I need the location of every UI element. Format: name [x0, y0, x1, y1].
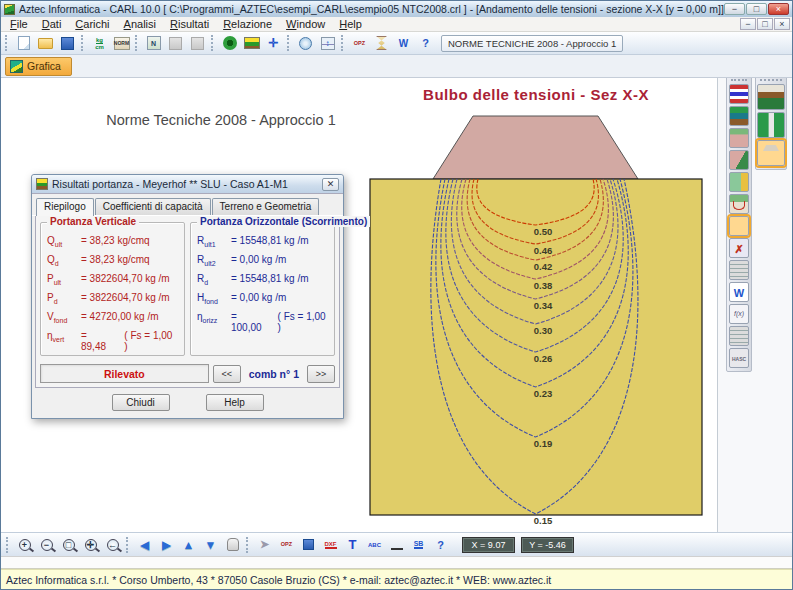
soil-stratigraphy-icon[interactable] [241, 33, 262, 53]
toolbar-grip[interactable] [6, 537, 10, 553]
minimize-button[interactable]: − [724, 3, 745, 15]
failure-x-icon[interactable] [729, 238, 749, 258]
compute-hourglass-icon[interactable] [371, 33, 392, 53]
tab-riepilogo[interactable]: Riepilogo [36, 198, 94, 216]
toolbar-grip[interactable] [341, 35, 345, 51]
y-coordinate-readout: Y = -5.46 [521, 537, 574, 553]
excavation-icon[interactable] [729, 150, 749, 170]
tab-terreno[interactable]: Terreno e Geometria [212, 198, 320, 215]
result-row: Pult= 3822604,70 kg /m [47, 273, 178, 292]
units-kgcm-icon[interactable]: kgcm [89, 33, 110, 53]
pan-hand-icon[interactable] [222, 535, 243, 555]
menu-file[interactable]: File [3, 18, 35, 30]
prev-combination-button[interactable]: << [213, 365, 241, 383]
options-opz-icon[interactable]: OPZ [349, 33, 370, 53]
chiudi-button[interactable]: Chiudi [112, 394, 170, 411]
portanza-verticale-group: Portanza Verticale Qult= 38,23 kg/cmq Qd… [40, 222, 185, 356]
pile-tool-icon[interactable]: N [143, 33, 164, 53]
pan-up-icon[interactable]: ▲ [178, 535, 199, 555]
toolbar-grip[interactable] [287, 35, 291, 51]
hasc-export-icon[interactable]: HASC [729, 348, 749, 368]
datum-level-icon[interactable]: ↕ [317, 33, 338, 53]
toolbar-grip[interactable] [81, 35, 85, 51]
pile-section-icon[interactable] [757, 112, 785, 138]
capture-icon[interactable] [298, 535, 319, 555]
menu-carichi[interactable]: Carichi [68, 18, 116, 30]
result-row: Qult= 38,23 kg/cmq [47, 235, 178, 254]
result-row: Rult2= 0,00 kg /m [197, 254, 328, 273]
report-text-icon[interactable]: f(x) [729, 304, 749, 324]
zoom-window-icon[interactable]: □ [58, 535, 79, 555]
result-row: Vfond= 42720,00 kg /m [47, 311, 178, 330]
contour-label: 0.15 [534, 515, 553, 526]
mdi-close-button[interactable]: × [774, 18, 790, 30]
menu-risultati[interactable]: Risultati [163, 18, 216, 30]
menu-window[interactable]: Window [279, 18, 332, 30]
analysis-flower-icon[interactable] [219, 33, 240, 53]
toolbar-grip[interactable] [5, 35, 9, 51]
word-export-icon[interactable]: W [393, 33, 414, 53]
embankment-icon[interactable] [757, 140, 785, 166]
antenna-icon[interactable] [386, 535, 407, 555]
pile-grid-icon[interactable] [729, 172, 749, 192]
footing-soil-icon[interactable] [729, 128, 749, 148]
soil-block-icon[interactable] [729, 106, 749, 126]
tab-coefficienti[interactable]: Coefficienti di capacità [95, 198, 211, 215]
save-file-icon[interactable] [57, 33, 78, 53]
mdi-restore-button[interactable]: □ [757, 18, 773, 30]
toolbar-grip[interactable] [135, 35, 139, 51]
text-tool-icon[interactable]: T [342, 535, 363, 555]
divider-tool-icon[interactable]: ✛ [263, 33, 284, 53]
zoom-extents-icon[interactable]: ✛ [80, 535, 101, 555]
norm-selector-dropdown[interactable]: NORME TECNICHE 2008 - Approccio 1 [441, 35, 623, 52]
pan-left-icon[interactable]: ◀ [134, 535, 155, 555]
twin-footings-icon[interactable] [757, 84, 785, 110]
menu-help[interactable]: Help [332, 18, 369, 30]
drawing-area[interactable]: Bulbo delle tensioni - Sez X-X Norme Tec… [1, 78, 792, 532]
select-info-icon[interactable]: ➤ [254, 535, 275, 555]
export-dxf-icon[interactable]: DXF [320, 535, 341, 555]
zoom-out-icon[interactable]: − [36, 535, 57, 555]
data-table-icon[interactable] [729, 260, 749, 280]
maximize-button[interactable]: □ [746, 3, 767, 15]
contour-label: 0.19 [534, 438, 553, 449]
results-toolbar: W f(x) HASC [726, 78, 752, 372]
spell-check-icon[interactable]: ABC [364, 535, 385, 555]
help-button[interactable]: Help [206, 394, 264, 411]
menu-analisi[interactable]: Analisi [117, 18, 163, 30]
norm-book-icon[interactable]: NORM [111, 33, 132, 53]
table-grid-icon[interactable] [729, 326, 749, 346]
zoom-in-icon[interactable]: + [14, 535, 35, 555]
help-icon[interactable]: ? [415, 33, 436, 53]
grafica-tab[interactable]: Grafica [5, 57, 72, 76]
new-file-icon[interactable] [13, 33, 34, 53]
pan-down-icon[interactable]: ▼ [200, 535, 221, 555]
toolbar-grip[interactable] [246, 537, 250, 553]
results-dialog: Risultati portanza - Meyerhof ** SLU - C… [31, 174, 344, 419]
next-combination-button[interactable]: >> [307, 365, 335, 383]
menu-dati[interactable]: Dati [35, 18, 69, 30]
word-export-icon[interactable]: W [729, 282, 749, 302]
export-sb-icon[interactable]: SB [408, 535, 429, 555]
open-file-icon[interactable] [35, 33, 56, 53]
toolbar-grip[interactable] [211, 35, 215, 51]
dialog-close-icon[interactable]: ✕ [322, 178, 339, 191]
close-button[interactable]: × [768, 3, 789, 15]
result-row: Rult1= 15548,81 kg /m [197, 235, 328, 254]
dialog-tabs: Riepilogo Coefficienti di capacità Terre… [32, 194, 343, 216]
dialog-title-bar[interactable]: Risultati portanza - Meyerhof ** SLU - C… [32, 175, 343, 194]
stress-bulb-icon[interactable] [729, 216, 749, 236]
pan-right-icon[interactable]: ▶ [156, 535, 177, 555]
toolbar-grip[interactable] [126, 537, 130, 553]
mdi-minimize-button[interactable]: − [740, 18, 756, 30]
group-title: Portanza Orizzontale (Scorrimento) [197, 216, 370, 227]
color-grid-icon[interactable] [729, 84, 749, 104]
load-globe-icon[interactable] [295, 33, 316, 53]
help-icon[interactable]: ? [430, 535, 451, 555]
zoom-previous-icon[interactable]: ← [102, 535, 123, 555]
right-gutter: W f(x) HASC [717, 78, 792, 532]
menu-relazione[interactable]: Relazione [216, 18, 279, 30]
result-row: Rd= 15548,81 kg /m [197, 273, 328, 292]
options-opz-icon[interactable]: OPZ [276, 535, 297, 555]
footing-arc-icon[interactable] [729, 194, 749, 214]
